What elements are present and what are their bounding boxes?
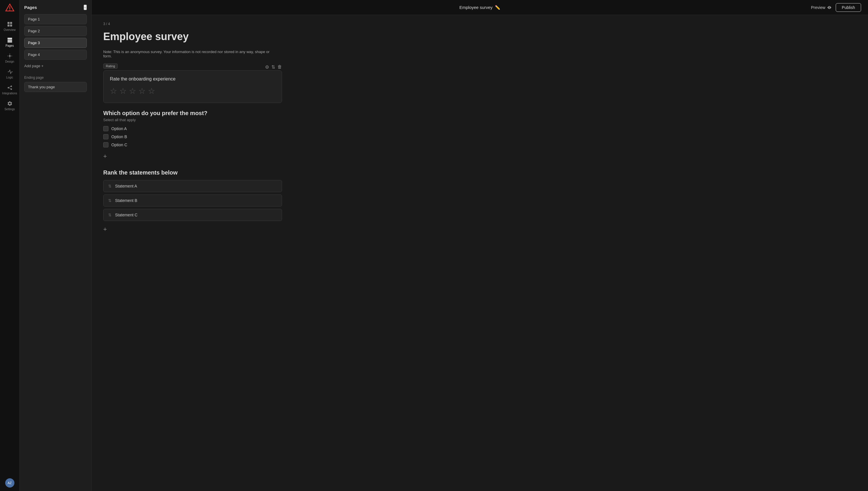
checkbox-question-title: Which option do you prefer the most? [103, 110, 282, 117]
add-rank-item-button[interactable]: + [103, 225, 107, 234]
page-item-1[interactable]: Page 1 [24, 14, 87, 24]
rank-label-c: Statement C [115, 212, 138, 217]
rank-item-b[interactable]: ⇅ Statement B [103, 195, 282, 207]
page-item-4[interactable]: Page 4 [24, 50, 87, 60]
rating-question: Rate the onboarding experience [110, 77, 275, 82]
checkbox-question-block: Which option do you prefer the most? Sel… [103, 110, 282, 161]
sidebar-item-overview[interactable]: Overview [0, 19, 19, 34]
page-item-3[interactable]: Page 3 [24, 38, 87, 48]
svg-rect-3 [7, 22, 9, 24]
pages-panel: Pages « Page 1 Page 2 Page 3 Page 4 Add … [20, 0, 92, 491]
survey-title-header: Employee survey ✏️ [459, 5, 500, 10]
survey-note: Note: This is an anonymous survey. Your … [103, 50, 276, 58]
ending-page-label: Ending page [24, 76, 87, 80]
rank-item-c[interactable]: ⇅ Statement C [103, 209, 282, 221]
svg-point-12 [10, 86, 12, 87]
checkbox-label-a: Option A [111, 126, 127, 131]
star-row: ☆ ☆ ☆ ☆ ☆ [110, 86, 275, 96]
svg-rect-8 [7, 39, 12, 41]
canvas-area[interactable]: 3 / 4 Employee survey Note: This is an a… [92, 15, 868, 491]
star-1[interactable]: ☆ [110, 86, 117, 96]
ending-page-section: Ending page Thank you page [24, 76, 87, 94]
rank-label-a: Statement A [115, 184, 137, 189]
block-settings-button[interactable]: ⚙ [265, 64, 269, 70]
svg-line-14 [9, 87, 11, 87]
rank-title: Rank the statements below [103, 169, 282, 176]
pages-panel-header: Pages « [24, 5, 87, 10]
add-option-button[interactable]: + [103, 151, 107, 161]
svg-rect-5 [7, 25, 9, 27]
star-2[interactable]: ☆ [119, 86, 127, 96]
svg-point-11 [7, 87, 9, 89]
checkbox-label-b: Option B [111, 135, 127, 139]
checkbox-row-a: Option A [103, 126, 282, 131]
svg-rect-7 [7, 38, 12, 39]
avatar[interactable]: AZ [5, 478, 14, 488]
rank-block: Rank the statements below ⇅ Statement A … [103, 169, 282, 234]
rank-item-a[interactable]: ⇅ Statement A [103, 180, 282, 192]
edit-title-icon[interactable]: ✏️ [495, 5, 500, 10]
logo[interactable] [5, 3, 14, 14]
checkbox-a[interactable] [103, 126, 109, 131]
header-right: Preview Publish [811, 3, 861, 12]
rating-block-wrapper: Rating ⚙ ⇅ 🗑 Rate the onboarding experie… [103, 63, 857, 103]
sidebar-nav: Overview Pages Design Logic Integrations… [0, 0, 20, 491]
rating-card: Rate the onboarding experience ☆ ☆ ☆ ☆ ☆ [103, 70, 282, 103]
rank-drag-icon-b: ⇅ [108, 198, 112, 203]
block-tools: ⚙ ⇅ 🗑 [265, 64, 282, 70]
block-delete-button[interactable]: 🗑 [277, 64, 282, 69]
sidebar-item-logic[interactable]: Logic [0, 66, 19, 82]
pages-panel-title: Pages [24, 5, 37, 10]
sidebar-item-design[interactable]: Design [0, 50, 19, 66]
main-content: Employee survey ✏️ Preview Publish 3 / 4… [92, 0, 868, 491]
checkbox-c[interactable] [103, 142, 109, 147]
star-3[interactable]: ☆ [129, 86, 136, 96]
svg-point-13 [10, 89, 12, 90]
svg-point-2 [9, 10, 10, 11]
checkbox-row-c: Option C [103, 142, 282, 147]
collapse-pages-button[interactable]: « [84, 5, 87, 10]
preview-button[interactable]: Preview [811, 5, 832, 10]
svg-rect-9 [7, 41, 12, 42]
svg-line-15 [9, 88, 11, 89]
add-page-button[interactable]: Add page + [24, 61, 87, 70]
svg-rect-4 [10, 22, 12, 24]
rank-drag-icon-c: ⇅ [108, 212, 112, 217]
checkbox-label-c: Option C [111, 143, 127, 147]
checkbox-question-subtitle: Select all that apply [103, 118, 282, 122]
rating-tag: Rating [103, 63, 118, 69]
svg-point-10 [9, 55, 11, 57]
star-5[interactable]: ☆ [148, 86, 155, 96]
star-4[interactable]: ☆ [139, 86, 146, 96]
page-indicator: 3 / 4 [103, 22, 857, 26]
rank-drag-icon-a: ⇅ [108, 184, 112, 189]
checkbox-b[interactable] [103, 134, 109, 139]
svg-rect-6 [10, 25, 12, 27]
rank-label-b: Statement B [115, 198, 137, 203]
sidebar-item-pages[interactable]: Pages [0, 34, 19, 50]
sidebar-item-integrations[interactable]: Integrations [0, 82, 19, 98]
thank-you-page-item[interactable]: Thank you page [24, 82, 87, 92]
survey-title-heading: Employee survey [103, 31, 857, 43]
page-item-2[interactable]: Page 2 [24, 26, 87, 36]
block-move-button[interactable]: ⇅ [271, 64, 275, 70]
top-header: Employee survey ✏️ Preview Publish [92, 0, 868, 15]
checkbox-row-b: Option B [103, 134, 282, 139]
publish-button[interactable]: Publish [836, 3, 861, 12]
sidebar-item-settings[interactable]: Settings [0, 98, 19, 114]
